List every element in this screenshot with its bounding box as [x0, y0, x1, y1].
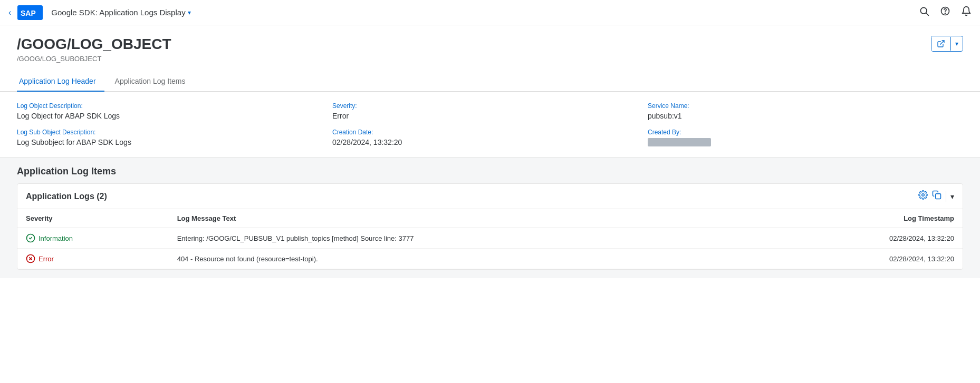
svg-point-7	[922, 194, 925, 197]
page-title: /GOOG/LOG_OBJECT	[17, 36, 963, 53]
detail-severity: Severity: Error	[332, 102, 648, 120]
export-dropdown-button[interactable]: ▾	[950, 37, 963, 51]
nav-icons	[919, 6, 972, 19]
tab-application-log-items[interactable]: Application Log Items	[113, 72, 194, 92]
help-icon[interactable]	[940, 6, 950, 19]
severity-error-label: Error	[39, 255, 54, 263]
table-row: Error 404 - Resource not found (resource…	[17, 249, 963, 269]
col-message: Log Message Text	[169, 209, 770, 228]
log-items-section-title: Application Log Items	[17, 166, 963, 177]
svg-rect-8	[936, 194, 941, 199]
settings-icon[interactable]	[918, 190, 928, 202]
copy-icon[interactable]	[932, 190, 941, 202]
info-circle-icon	[26, 233, 35, 243]
severity-info-label: Information	[39, 234, 73, 242]
page-header: /GOOG/LOG_OBJECT /GOOG/LOG_SUBOBJECT ▾	[0, 25, 980, 63]
export-button[interactable]: ▾	[931, 36, 963, 52]
bell-icon[interactable]	[961, 6, 972, 19]
severity-cell-info: Information	[17, 228, 169, 249]
svg-line-6	[940, 41, 944, 44]
detail-created-by: Created By:	[648, 129, 963, 146]
svg-line-3	[926, 13, 929, 16]
nav-title: Google SDK: Application Logs Display ▾	[51, 8, 919, 17]
detail-creation-date: Creation Date: 02/28/2024, 13:32:20	[332, 129, 648, 146]
tab-application-log-header[interactable]: Application Log Header	[17, 72, 104, 92]
log-table-card: Application Logs (2) ▾	[17, 183, 963, 270]
collapse-icon[interactable]: ▾	[950, 192, 954, 201]
table-header-row: Severity Log Message Text Log Timestamp	[17, 209, 963, 228]
back-button[interactable]: ‹	[8, 8, 11, 17]
detail-log-sub-object-description: Log Sub Object Description: Log Subobjec…	[17, 129, 332, 146]
col-timestamp: Log Timestamp	[769, 209, 963, 228]
detail-log-object-description: Log Object Description: Log Object for A…	[17, 102, 332, 120]
message-cell-0: Entering: /GOOG/CL_PUBSUB_V1 publish_top…	[169, 228, 770, 249]
severity-cell-error: Error	[17, 249, 169, 269]
svg-text:SAP: SAP	[21, 9, 36, 17]
log-header-details: Log Object Description: Log Object for A…	[17, 92, 963, 157]
page-subtitle: /GOOG/LOG_SUBOBJECT	[17, 55, 963, 63]
nav-title-chevron[interactable]: ▾	[188, 9, 191, 16]
log-table-actions: ▾	[918, 190, 954, 202]
top-navigation: ‹ SAP Google SDK: Application Logs Displ…	[0, 0, 980, 25]
timestamp-cell-1: 02/28/2024, 13:32:20	[769, 249, 963, 269]
detail-service-name: Service Name: pubsub:v1	[648, 102, 963, 120]
search-icon[interactable]	[919, 6, 929, 19]
error-circle-icon	[26, 254, 35, 263]
log-table-title: Application Logs (2)	[26, 192, 107, 201]
log-items-section: Application Log Items Application Logs (…	[0, 158, 980, 278]
col-severity: Severity	[17, 209, 169, 228]
table-row: Information Entering: /GOOG/CL_PUBSUB_V1…	[17, 228, 963, 249]
action-divider	[946, 191, 946, 202]
tabs: Application Log Header Application Log I…	[0, 71, 980, 92]
timestamp-cell-0: 02/28/2024, 13:32:20	[769, 228, 963, 249]
sap-logo: SAP	[17, 5, 43, 20]
created-by-redacted	[648, 138, 711, 146]
log-table: Severity Log Message Text Log Timestamp	[17, 209, 963, 269]
content-area: Log Object Description: Log Object for A…	[0, 92, 980, 157]
log-table-card-header: Application Logs (2) ▾	[17, 184, 963, 209]
export-btn-main[interactable]	[931, 36, 950, 51]
message-cell-1: 404 - Resource not found (resource=test-…	[169, 249, 770, 269]
svg-point-5	[945, 13, 945, 14]
